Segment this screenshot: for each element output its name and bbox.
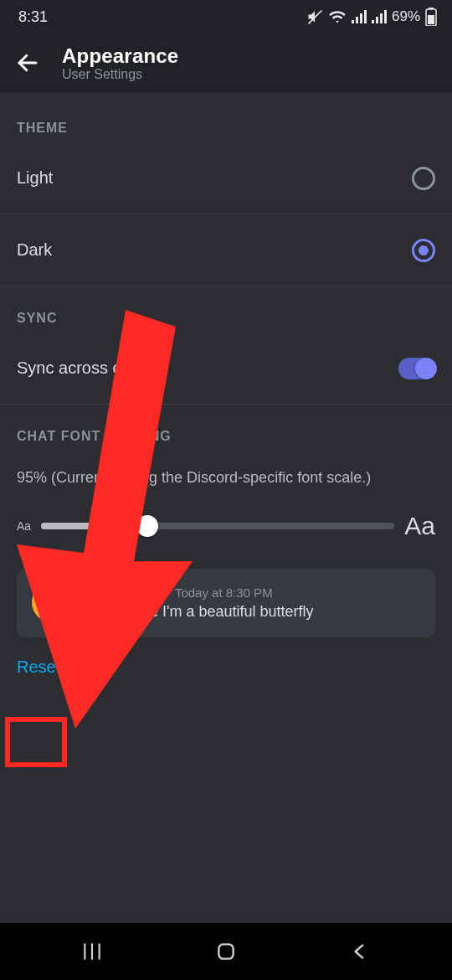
theme-option-dark[interactable]: Dark [0, 214, 452, 286]
battery-text: 69% [392, 8, 420, 25]
preview-timestamp: Today at 8:30 PM [175, 585, 273, 600]
font-scale-slider[interactable] [41, 523, 394, 529]
font-scale-description: 95% (Currently using the Discord-specifi… [0, 451, 452, 492]
font-scale-slider-row: Aa Aa [0, 492, 452, 547]
svg-rect-11 [428, 15, 434, 24]
aa-small-icon: Aa [17, 519, 31, 533]
page-title: Appearance [62, 44, 178, 68]
nav-back-button[interactable] [340, 931, 380, 972]
svg-rect-7 [380, 13, 383, 23]
message-preview: moinzisun Today at 8:30 PM Look at me I'… [17, 569, 435, 637]
app-bar: Appearance User Settings [0, 34, 452, 92]
radio-unselected-icon [412, 167, 435, 190]
preview-username: moinzisun [84, 582, 167, 601]
mute-icon [306, 8, 323, 25]
avatar-icon [39, 590, 64, 615]
sync-across-clients-row[interactable]: Sync across clients [0, 333, 452, 405]
status-icons: 69% [306, 8, 437, 26]
nav-home-button[interactable] [206, 931, 246, 972]
svg-rect-8 [384, 10, 387, 23]
annotation-highlight-box [5, 717, 67, 767]
recents-icon [81, 941, 103, 962]
svg-rect-1 [352, 20, 354, 23]
section-header-theme: THEME [0, 97, 452, 142]
slider-thumb-icon [136, 515, 158, 537]
svg-rect-6 [376, 17, 378, 23]
sync-toggle[interactable] [398, 358, 435, 379]
home-icon [215, 941, 237, 962]
status-bar: 8:31 69% [0, 0, 452, 34]
signal2-icon [372, 10, 387, 23]
wifi-icon [328, 9, 347, 24]
svg-point-14 [48, 595, 56, 603]
page-subtitle: User Settings [62, 67, 178, 82]
svg-rect-19 [218, 944, 233, 958]
aa-large-icon: Aa [404, 512, 435, 540]
chevron-left-icon [349, 941, 371, 962]
system-nav-bar [0, 923, 452, 980]
status-time: 8:31 [18, 8, 48, 26]
section-header-sync: SYNC [0, 287, 452, 333]
battery-icon [425, 8, 437, 26]
svg-rect-2 [356, 17, 358, 23]
svg-rect-3 [360, 13, 362, 23]
nav-recents-button[interactable] [72, 931, 112, 972]
back-arrow-icon [15, 50, 40, 75]
preview-message: Look at me I'm a beautiful butterfly [84, 603, 420, 621]
back-button[interactable] [13, 49, 42, 77]
svg-rect-5 [372, 20, 374, 23]
reset-button[interactable]: Reset [17, 658, 60, 677]
theme-light-label: Light [17, 168, 53, 188]
theme-dark-label: Dark [17, 240, 52, 260]
section-header-chatfont: CHAT FONT SCALING [0, 405, 452, 451]
sync-label: Sync across clients [17, 358, 160, 378]
svg-rect-4 [364, 10, 367, 23]
toggle-knob-icon [415, 358, 437, 379]
avatar [32, 582, 72, 622]
radio-selected-icon [412, 239, 435, 262]
theme-option-light[interactable]: Light [0, 142, 452, 214]
signal1-icon [352, 10, 367, 23]
